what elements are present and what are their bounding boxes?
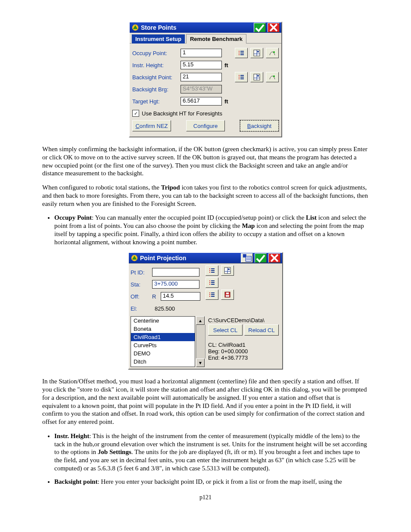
svg-rect-14 bbox=[226, 295, 229, 297]
backsight-brg-value: S4°53'43"W bbox=[181, 85, 222, 93]
svg-point-3 bbox=[273, 51, 275, 53]
list-icon[interactable] bbox=[206, 277, 218, 288]
titlebar: Store Points bbox=[130, 22, 281, 33]
cl-info: CL: CivilRoad1 bbox=[208, 342, 280, 348]
map-icon[interactable] bbox=[221, 265, 234, 276]
pt-id-label: Pt ID: bbox=[131, 269, 149, 276]
select-cl-button[interactable]: Select CL bbox=[208, 324, 243, 336]
store-points-dialog: Store Points Instrument Setup Remote Ben… bbox=[129, 22, 282, 137]
off-label: Off: bbox=[131, 293, 149, 300]
app-logo-icon bbox=[131, 254, 138, 262]
sta-input[interactable]: 3+75.000 bbox=[152, 280, 199, 289]
app-logo-icon bbox=[131, 24, 139, 31]
svg-point-6 bbox=[273, 75, 275, 77]
use-bs-ht-checkbox[interactable]: ✓ bbox=[132, 110, 139, 117]
paragraph-confirm: When simply confirming the backsight inf… bbox=[42, 145, 369, 177]
svg-rect-13 bbox=[226, 292, 229, 294]
tab-instrument-setup[interactable]: Instrument Setup bbox=[131, 34, 185, 44]
beg-info: Beg: 0+00.0000 bbox=[208, 348, 280, 355]
list-item[interactable]: Centerline bbox=[131, 317, 195, 325]
el-value: 825.500 bbox=[152, 305, 175, 312]
close-button[interactable] bbox=[268, 253, 280, 263]
tab-remote-benchmark[interactable]: Remote Benchmark bbox=[186, 34, 246, 44]
reload-cl-button[interactable]: Reload CL bbox=[244, 324, 279, 336]
paragraph-tripod: When configured to robotic total station… bbox=[42, 184, 369, 208]
configure-button[interactable]: Configure bbox=[186, 120, 225, 131]
map-icon[interactable] bbox=[250, 48, 263, 58]
backsight-point-label: Backsight Point: bbox=[132, 74, 178, 81]
tab-strip: Instrument Setup Remote Benchmark bbox=[130, 33, 281, 43]
list-item[interactable]: Ditch bbox=[131, 358, 195, 366]
station-icon[interactable] bbox=[266, 48, 279, 58]
bullet-backsight-point: Backsight point: Here you enter your bac… bbox=[54, 478, 369, 486]
occupy-point-input[interactable]: 1 bbox=[181, 49, 222, 57]
off-side: R bbox=[152, 293, 158, 300]
scroll-up-icon[interactable]: ▲ bbox=[196, 316, 205, 325]
instr-height-input[interactable]: 5.15 bbox=[181, 61, 222, 69]
list-item[interactable]: Boneta bbox=[131, 325, 195, 333]
occupy-point-label: Occupy Point: bbox=[132, 50, 178, 56]
dialog-title: Point Projection bbox=[140, 255, 239, 261]
use-bs-ht-label: Use Backsight HT for Foresights bbox=[142, 110, 222, 117]
instr-height-label: Instr. Height: bbox=[132, 62, 178, 68]
scrollbar[interactable]: ▲ ▼ bbox=[196, 316, 206, 367]
list-item[interactable]: DEMO bbox=[131, 349, 195, 358]
page-number: p121 bbox=[42, 494, 369, 501]
path-label: C:\SurvCEDemo\Data\ bbox=[208, 316, 280, 324]
pt-id-input[interactable] bbox=[152, 268, 199, 277]
target-hgt-input[interactable]: 6.5617 bbox=[181, 97, 222, 106]
dialog-body: Pt ID: Sta: 3+75.000 Off: R 14.5 El: 825… bbox=[129, 263, 282, 369]
close-button[interactable] bbox=[268, 23, 280, 32]
bullet-occupy-point: Occupy Point: You can manually enter the… bbox=[54, 214, 369, 246]
list-item[interactable]: CurvePts bbox=[131, 341, 195, 349]
list-icon[interactable] bbox=[235, 72, 248, 82]
off-input[interactable]: 14.5 bbox=[161, 292, 200, 301]
list-icon[interactable] bbox=[235, 48, 248, 58]
centerline-listbox[interactable]: Centerline Boneta CivilRoad1 CurvePts DE… bbox=[131, 316, 195, 367]
svg-point-2 bbox=[257, 51, 259, 53]
titlebar: Point Projection bbox=[129, 253, 282, 263]
settings-button[interactable] bbox=[241, 253, 253, 263]
list-item[interactable]: CivilRoad1 bbox=[131, 333, 195, 341]
el-label: El: bbox=[131, 305, 149, 312]
svg-rect-9 bbox=[246, 256, 251, 261]
sta-label: Sta: bbox=[131, 281, 149, 288]
scroll-down-icon[interactable]: ▼ bbox=[196, 358, 205, 367]
list-icon[interactable] bbox=[206, 265, 218, 276]
store-to-disk-icon[interactable] bbox=[221, 289, 234, 300]
target-hgt-unit: ft bbox=[224, 98, 228, 105]
ok-button[interactable] bbox=[255, 253, 267, 263]
instr-height-unit: ft bbox=[224, 62, 228, 68]
station-icon[interactable] bbox=[266, 72, 279, 82]
target-hgt-label: Target Hgt: bbox=[132, 98, 178, 105]
confirm-nez-button[interactable]: Confirm NEZ bbox=[132, 120, 171, 131]
svg-point-5 bbox=[257, 75, 259, 77]
point-projection-dialog: Point Projection Pt ID: Sta: 3+75.000 bbox=[128, 252, 283, 370]
dialog-title: Store Points bbox=[141, 24, 252, 31]
paragraph-station-offset: In the Station/Offset method, you must l… bbox=[42, 377, 369, 426]
backsight-point-input[interactable]: 21 bbox=[181, 73, 222, 81]
ok-button[interactable] bbox=[254, 23, 266, 32]
bullet-instr-height: Instr. Height: This is the height of the… bbox=[54, 432, 369, 473]
map-icon[interactable] bbox=[250, 72, 263, 82]
list-icon[interactable] bbox=[206, 289, 218, 300]
backsight-button[interactable]: Backsight bbox=[240, 120, 279, 131]
dialog-body: Occupy Point: 1 Instr. Height: 5.15 ft B… bbox=[130, 43, 281, 137]
svg-point-11 bbox=[228, 268, 230, 270]
end-info: End: 4+36.7773 bbox=[208, 355, 280, 361]
backsight-brg-label: Backsight Brg: bbox=[132, 86, 178, 93]
